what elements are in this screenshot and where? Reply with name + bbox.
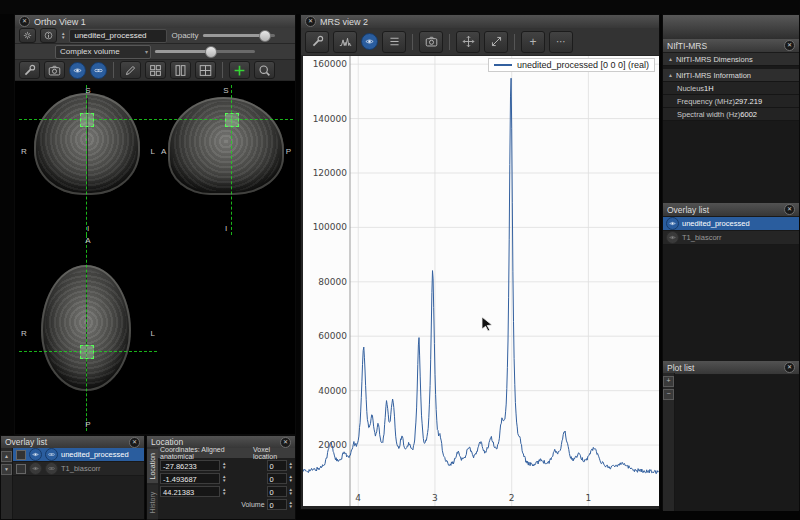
section-label: NIfTI-MRS Dimensions (676, 55, 753, 64)
selected-overlay-name[interactable]: unedited_processed (69, 29, 167, 43)
volume-field[interactable]: 0 (267, 499, 287, 510)
info-button[interactable] (40, 28, 57, 43)
eye-icon (32, 465, 39, 472)
sagittal-view[interactable]: S A P I (159, 85, 293, 235)
legend-swatch (494, 64, 512, 66)
toggle-overlay-visibility-button[interactable] (69, 62, 86, 79)
coronal-brain-image (34, 93, 140, 195)
spectrum-plot[interactable]: 2000040000600008000010000012000014000016… (303, 56, 659, 506)
coronal-view[interactable]: S R L I (19, 85, 157, 235)
zoom-button[interactable] (254, 61, 275, 79)
close-icon[interactable]: ✕ (784, 40, 795, 51)
visibility-toggle[interactable] (666, 217, 679, 230)
orientation-label-right: R (21, 147, 27, 156)
visibility-toggle[interactable] (29, 448, 42, 461)
close-icon[interactable]: ✕ (19, 16, 30, 27)
link-toggle[interactable] (45, 448, 58, 461)
overlay-item-selected[interactable]: unedited_processed (13, 448, 144, 462)
voxel-z-spinner[interactable]: ▲▼ (289, 488, 293, 496)
close-icon[interactable]: ✕ (305, 16, 316, 27)
screenshot-button[interactable] (419, 31, 443, 53)
opacity-label: Opacity (171, 31, 198, 40)
spin-down-icon[interactable]: ▼ (61, 36, 65, 40)
camera-icon (425, 35, 438, 48)
plot-settings-button[interactable] (305, 31, 329, 53)
world-z-spinner[interactable]: ▲▼ (222, 488, 226, 496)
overlay-item-selected[interactable]: unedited_processed (663, 217, 799, 231)
svg-text:80000: 80000 (318, 277, 347, 287)
spectrum-icon (339, 35, 352, 48)
volume-mode-row: Complex volume▾ (15, 44, 295, 60)
show-plot-button[interactable] (361, 33, 378, 50)
tab-history[interactable]: History (147, 484, 158, 520)
close-icon[interactable]: ✕ (129, 437, 140, 448)
close-icon[interactable]: ✕ (784, 362, 795, 373)
overlay-list-panel-left: Overlay list ✕ ▲ ▼ unedited_processed T1… (0, 435, 145, 520)
settings-button[interactable] (19, 61, 40, 79)
nifti-title-bar: NIfTI-MRS ✕ (663, 39, 799, 53)
move-overlay-up-button[interactable]: ▲ (1, 451, 12, 462)
voxel-x-spinner[interactable]: ▲▼ (289, 462, 293, 470)
columns-icon (174, 64, 187, 77)
volume-mode-select[interactable]: Complex volume▾ (55, 45, 151, 59)
close-icon[interactable]: ✕ (784, 204, 795, 215)
voxel-box (225, 113, 239, 127)
pan-tool-button[interactable] (456, 31, 480, 53)
application-window: ✕ Ortho View 1 ▲▼ unedited_processed Opa… (0, 0, 800, 520)
gear-button[interactable] (19, 28, 36, 43)
section-information[interactable]: ▲ NIfTI-MRS Information (663, 69, 799, 82)
spectrum-mode-button[interactable] (333, 31, 357, 53)
plot-list-panel: Plot list ✕ + − (663, 361, 799, 511)
legend-label: unedited_processed [0 0 0] (real) (517, 60, 649, 70)
screenshot-button[interactable] (44, 61, 65, 79)
section-dimensions[interactable]: ▲ NIfTI-MRS Dimensions (663, 53, 799, 66)
voxel-y-field[interactable]: 0 (267, 473, 287, 484)
visibility-toggle[interactable] (29, 462, 42, 475)
opacity-slider[interactable] (203, 34, 275, 37)
overlay-list-title: Overlay list (5, 437, 47, 447)
axial-view[interactable]: A R L P (19, 235, 157, 431)
volume-slider-thumb[interactable] (205, 46, 217, 58)
link-toggle[interactable] (45, 462, 58, 475)
world-x-spinner[interactable]: ▲▼ (222, 462, 226, 470)
add-plot-button[interactable]: + (663, 376, 674, 387)
more-options-button[interactable]: ⋯ (549, 31, 573, 53)
add-plot-button[interactable]: + (521, 31, 545, 53)
overlay-item-label: T1_biascorr (61, 464, 101, 473)
voxel-z-field[interactable]: 0 (267, 486, 287, 497)
tab-location[interactable]: Location (147, 448, 158, 484)
edit-mode-button[interactable] (120, 61, 141, 79)
visibility-toggle[interactable] (666, 231, 679, 244)
property-row: Spectral width (Hz)6002 (663, 108, 799, 121)
overlay-spinner[interactable]: ▲▼ (61, 32, 65, 40)
canvas-layout-button[interactable] (195, 61, 216, 79)
world-z-field[interactable]: 44.21383 (160, 486, 220, 497)
column-layout-button[interactable] (170, 61, 191, 79)
overlay-item[interactable]: T1_biascorr (13, 462, 144, 476)
overlay-order-controls: ▲ ▼ (1, 448, 13, 519)
plot-list-button[interactable] (382, 31, 406, 53)
volume-slider[interactable] (155, 50, 255, 53)
toolbar-divider (412, 34, 413, 50)
grid-layout-button[interactable] (145, 61, 166, 79)
wrench-icon (23, 64, 36, 77)
overlay-display-row: ▲▼ unedited_processed Opacity (15, 28, 295, 44)
remove-plot-button[interactable]: − (663, 389, 674, 400)
voxel-y-spinner[interactable]: ▲▼ (289, 475, 293, 483)
ortho-title-bar: ✕ Ortho View 1 (15, 15, 295, 29)
overlay-item-label: T1_biascorr (682, 233, 722, 242)
opacity-slider-thumb[interactable] (259, 30, 271, 42)
volume-spinner[interactable]: ▲▼ (289, 501, 293, 509)
overlay-item[interactable]: T1_biascorr (663, 231, 799, 245)
move-overlay-down-button[interactable]: ▼ (1, 464, 12, 475)
magnifier-icon (258, 64, 271, 77)
coords-header-row: Coordinates: Aligned anatomical Voxel lo… (158, 448, 295, 459)
world-y-field[interactable]: -1.493687 (160, 473, 220, 484)
voxel-x-field[interactable]: 0 (267, 460, 287, 471)
zoom-tool-button[interactable] (484, 31, 508, 53)
link-views-button[interactable] (90, 62, 107, 79)
zoom-diagonal-icon (490, 35, 503, 48)
crosshair-button[interactable] (229, 61, 250, 79)
world-x-field[interactable]: -27.86233 (160, 460, 220, 471)
world-y-spinner[interactable]: ▲▼ (222, 475, 226, 483)
